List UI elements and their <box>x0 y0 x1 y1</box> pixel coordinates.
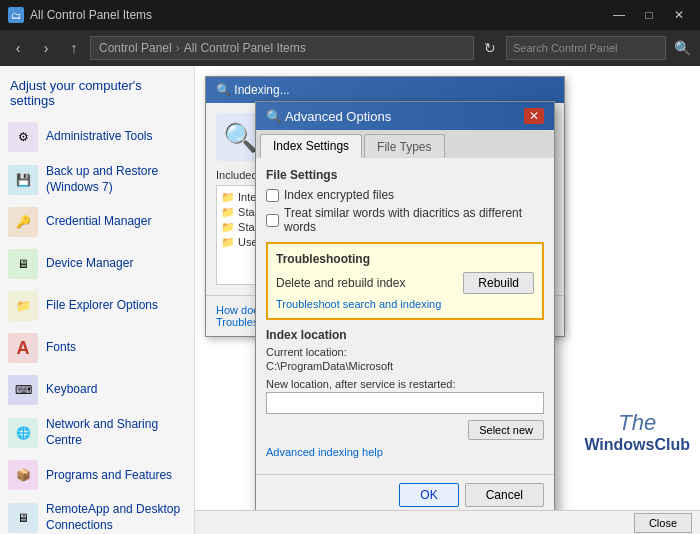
device-label: Device Manager <box>46 256 133 272</box>
dialog-body: File Settings Index encrypted files Trea… <box>256 158 554 474</box>
checkbox-encrypt-row: Index encrypted files <box>266 188 544 202</box>
back-button[interactable]: ‹ <box>6 36 30 60</box>
tab-file-types[interactable]: File Types <box>364 134 444 158</box>
sidebar: Adjust your computer's settings ⚙ Admini… <box>0 66 195 534</box>
address-bar: ‹ › ↑ Control Panel › All Control Panel … <box>0 30 700 66</box>
advanced-options-dialog: 🔍 Advanced Options ✕ Index Settings File… <box>255 101 555 516</box>
fonts-icon: A <box>8 333 38 363</box>
current-location-label: Current location: <box>266 346 544 358</box>
device-icon: 🖥 <box>8 249 38 279</box>
admin-tools-icon: ⚙ <box>8 122 38 152</box>
troubleshoot-search-link[interactable]: Troubleshoot search and indexing <box>276 298 534 310</box>
network-label: Network and SharingCentre <box>46 417 158 448</box>
watermark-line2: WindowsClub <box>584 436 690 454</box>
keyboard-icon: ⌨ <box>8 375 38 405</box>
file-settings-title: File Settings <box>266 168 544 182</box>
sidebar-header: Adjust your computer's settings <box>0 66 194 116</box>
path-home: Control Panel <box>99 41 172 55</box>
troubleshoot-row: Delete and rebuild index Rebuild <box>276 272 534 294</box>
admin-tools-label: Administrative Tools <box>46 129 153 145</box>
sidebar-item-backup-restore[interactable]: 💾 Back up and Restore(Windows 7) <box>0 158 194 201</box>
cred-icon: 🔑 <box>8 207 38 237</box>
advanced-title-icon: 🔍 <box>266 109 285 124</box>
main-content: Adjust your computer's settings ⚙ Admini… <box>0 66 700 534</box>
advanced-dialog-title: 🔍 Advanced Options ✕ <box>256 102 554 130</box>
checkbox-diacritics-row: Treat similar words with diacritics as d… <box>266 206 544 234</box>
sidebar-item-programs-features[interactable]: 📦 Programs and Features <box>0 454 194 496</box>
sidebar-item-device-manager[interactable]: 🖥 Device Manager <box>0 243 194 285</box>
sidebar-item-administrative-tools[interactable]: ⚙ Administrative Tools <box>0 116 194 158</box>
app-icon: 🗂 <box>8 7 24 23</box>
up-button[interactable]: ↑ <box>62 36 86 60</box>
window-controls: — □ ✕ <box>606 5 692 25</box>
index-location-title: Index location <box>266 328 544 342</box>
troubleshoot-box: Troubleshooting Delete and rebuild index… <box>266 242 544 320</box>
watermark: The WindowsClub <box>584 410 690 454</box>
path-current: All Control Panel Items <box>184 41 306 55</box>
dialog-footer: OK Cancel <box>256 474 554 515</box>
indexing-title-text: 🔍 Indexing... <box>216 83 290 97</box>
programs-icon: 📦 <box>8 460 38 490</box>
cancel-button[interactable]: Cancel <box>465 483 544 507</box>
remote-label: RemoteApp and DesktopConnections <box>46 502 180 533</box>
index-location-section: Index location Current location: C:\Prog… <box>266 328 544 440</box>
checkbox-encrypt[interactable] <box>266 189 279 202</box>
indexing-dialog-title: 🔍 Indexing... <box>206 77 564 103</box>
path-sep-1: › <box>176 41 180 55</box>
programs-label: Programs and Features <box>46 468 172 484</box>
current-location-value: C:\ProgramData\Microsoft <box>266 360 544 372</box>
rebuild-button[interactable]: Rebuild <box>463 272 534 294</box>
troubleshoot-title: Troubleshooting <box>276 252 534 266</box>
sidebar-item-network-sharing[interactable]: 🌐 Network and SharingCentre <box>0 411 194 454</box>
fileexplorer-label: File Explorer Options <box>46 298 158 314</box>
address-path[interactable]: Control Panel › All Control Panel Items <box>90 36 474 60</box>
checkbox-diacritics[interactable] <box>266 214 279 227</box>
sidebar-item-remote-desktop[interactable]: 🖥 RemoteApp and DesktopConnections <box>0 496 194 534</box>
remote-icon: 🖥 <box>8 503 38 533</box>
search-bar[interactable]: Search Control Panel <box>506 36 666 60</box>
new-location-input[interactable] <box>266 392 544 414</box>
title-bar: 🗂 All Control Panel Items — □ ✕ <box>0 0 700 30</box>
close-window-button[interactable]: ✕ <box>666 5 692 25</box>
advanced-indexing-help-link[interactable]: Advanced indexing help <box>266 446 544 458</box>
network-icon: 🌐 <box>8 418 38 448</box>
checkbox-diacritics-label: Treat similar words with diacritics as d… <box>284 206 544 234</box>
refresh-button[interactable]: ↻ <box>478 36 502 60</box>
select-new-button[interactable]: Select new <box>468 420 544 440</box>
sidebar-item-keyboard[interactable]: ⌨ Keyboard <box>0 369 194 411</box>
cred-label: Credential Manager <box>46 214 151 230</box>
backup-label: Back up and Restore(Windows 7) <box>46 164 158 195</box>
maximize-button[interactable]: □ <box>636 5 662 25</box>
forward-button[interactable]: › <box>34 36 58 60</box>
window-title: All Control Panel Items <box>30 8 606 22</box>
status-bar: Close <box>195 510 700 534</box>
dialog-tabs: Index Settings File Types <box>256 130 554 158</box>
search-button[interactable]: 🔍 <box>670 36 694 60</box>
rebuild-label: Delete and rebuild index <box>276 276 405 290</box>
search-placeholder: Search Control Panel <box>513 42 618 54</box>
watermark-line1: The <box>584 410 690 436</box>
sidebar-item-credential-manager[interactable]: 🔑 Credential Manager <box>0 201 194 243</box>
fonts-label: Fonts <box>46 340 76 356</box>
minimize-button[interactable]: — <box>606 5 632 25</box>
sidebar-item-file-explorer[interactable]: 📁 File Explorer Options <box>0 285 194 327</box>
checkbox-encrypt-label: Index encrypted files <box>284 188 394 202</box>
backup-icon: 💾 <box>8 165 38 195</box>
sidebar-item-fonts[interactable]: A Fonts <box>0 327 194 369</box>
ok-button[interactable]: OK <box>399 483 458 507</box>
keyboard-label: Keyboard <box>46 382 97 398</box>
tab-index-settings[interactable]: Index Settings <box>260 134 362 158</box>
advanced-title-text: 🔍 Advanced Options <box>266 109 391 124</box>
right-content: 🔍 Indexing... 🔍 Index these li... Includ… <box>195 66 700 534</box>
close-button-status[interactable]: Close <box>634 513 692 533</box>
fileexplorer-icon: 📁 <box>8 291 38 321</box>
new-location-label: New location, after service is restarted… <box>266 378 544 390</box>
advanced-close-button[interactable]: ✕ <box>524 108 544 124</box>
